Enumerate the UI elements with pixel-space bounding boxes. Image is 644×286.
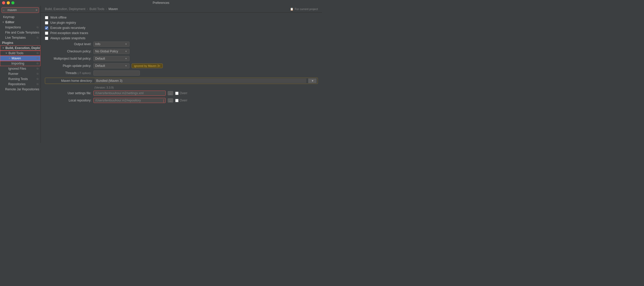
build-tools-label: Build Tools: [9, 51, 23, 55]
always-update-checkbox[interactable]: [45, 37, 48, 40]
live-templates-label: Live Templates: [5, 36, 26, 39]
maximize-button[interactable]: [11, 1, 14, 4]
sidebar-item-ignored-files[interactable]: Ignored Files ⧉: [0, 66, 41, 71]
use-plugin-registry-checkbox[interactable]: [45, 21, 48, 25]
sidebar-item-importing[interactable]: Importing ⧉: [0, 61, 41, 66]
live-templates-copy-icon: ⧉: [37, 36, 38, 39]
local-repo-label: Local repository:: [45, 99, 91, 102]
sidebar-item-build-tools[interactable]: ▼ Build Tools ⧉: [0, 51, 41, 56]
sidebar-item-maven[interactable]: ▼ Maven ⧉: [0, 56, 41, 61]
execute-goals-label: Execute goals recursively: [50, 26, 85, 30]
sidebar-item-build-exec-deploy[interactable]: ▼ Build, Execution, Deployment: [0, 45, 41, 51]
local-repo-input[interactable]: [93, 98, 166, 103]
maven-chevron: ▼: [8, 57, 11, 60]
execute-goals-row: Execute goals recursively: [45, 26, 318, 30]
editor-label: Editor: [5, 20, 14, 24]
breadcrumb-part1: Build, Execution, Deployment: [45, 7, 85, 11]
user-settings-override: Overr: [175, 91, 187, 95]
output-level-row: Output level: Info ▼: [45, 42, 318, 47]
search-clear-button[interactable]: ✕: [35, 9, 38, 12]
main-content: ⌕ ✕ Keymap ▼ Editor Inspections ⧉ File a…: [0, 6, 322, 143]
user-settings-override-checkbox[interactable]: [175, 92, 179, 95]
always-update-label: Always update snapshots: [50, 36, 85, 40]
breadcrumb-part2: Build Tools: [90, 7, 104, 11]
ignored-files-copy-icon: ⧉: [37, 67, 38, 70]
plugin-update-label: Plugin update policy:: [45, 64, 91, 68]
always-update-row: Always update snapshots: [45, 36, 318, 40]
running-tests-label: Running Tests: [8, 77, 28, 81]
build-tools-chevron: ▼: [5, 52, 7, 54]
print-exception-row: Print exception stack traces: [45, 31, 318, 35]
multiproject-label: Multiproject build fail policy:: [45, 57, 91, 60]
maven-version: (Version: 3.3.9): [94, 86, 114, 89]
maven-home-dropdown[interactable]: Bundled (Maven 3): [95, 78, 306, 83]
threads-label: Threads (-T option):: [45, 71, 91, 75]
output-level-dropdown[interactable]: Info ▼: [93, 42, 130, 47]
plugin-update-dropdown[interactable]: Default ▼: [93, 63, 130, 68]
importing-label: Importing: [11, 62, 24, 65]
multiproject-value: Default: [95, 57, 105, 60]
project-icon: 📋: [290, 7, 294, 11]
ignored-files-label: Ignored Files: [8, 67, 26, 70]
running-tests-copy-icon: ⧉: [37, 77, 38, 81]
sidebar-item-runner[interactable]: Runner ⧉: [0, 71, 41, 76]
search-box: ⌕ ✕: [2, 7, 39, 13]
sidebar: ⌕ ✕ Keymap ▼ Editor Inspections ⧉ File a…: [0, 6, 41, 143]
work-offline-checkbox[interactable]: [45, 16, 48, 19]
editor-chevron: ▼: [2, 21, 4, 23]
sidebar-item-editor[interactable]: ▼ Editor: [0, 20, 41, 25]
local-repo-row: Local repository: | ... Overr: [45, 98, 318, 103]
search-icon: ⌕: [3, 9, 5, 12]
build-exec-chevron: ▼: [2, 47, 4, 49]
maven-home-value: Bundled (Maven 3): [96, 79, 122, 83]
sidebar-item-running-tests[interactable]: Running Tests ⧉: [0, 76, 41, 82]
print-exception-checkbox[interactable]: [45, 31, 48, 35]
use-plugin-registry-row: Use plugin registry: [45, 21, 318, 25]
repositories-label: Repositories: [8, 82, 26, 86]
sidebar-item-remote-jar[interactable]: Remote Jar Repositories ⧉: [0, 87, 41, 92]
inspections-copy-icon: ⧉: [37, 26, 38, 29]
sidebar-item-plugins[interactable]: Plugins: [0, 40, 41, 45]
titlebar: Preferences: [0, 0, 322, 6]
breadcrumb-part3: Maven: [109, 7, 118, 11]
breadcrumb-sep1: ›: [87, 7, 88, 11]
checksum-policy-dropdown[interactable]: No Global Policy ▼: [93, 49, 130, 54]
maven-copy-icon: ⧉: [37, 57, 38, 60]
keymap-label: Keymap: [3, 15, 14, 19]
user-settings-label: User settings file:: [45, 91, 91, 95]
output-level-label: Output level:: [45, 42, 91, 46]
breadcrumb-sep2: ›: [106, 7, 107, 11]
threads-input[interactable]: [93, 70, 140, 76]
sidebar-item-live-templates[interactable]: Live Templates ⧉: [0, 35, 41, 40]
close-button[interactable]: [2, 1, 5, 4]
maven-home-label: Maven home directory:: [46, 79, 93, 83]
search-input[interactable]: [2, 7, 39, 13]
user-settings-override-label: Overr: [180, 91, 187, 95]
multiproject-arrow: ▼: [125, 57, 127, 60]
maven-home-row: Maven home directory: Bundled (Maven 3) …: [45, 78, 318, 84]
local-repo-override-checkbox[interactable]: [175, 99, 179, 102]
user-settings-input[interactable]: [93, 91, 166, 96]
local-repo-browse-button[interactable]: ...: [168, 98, 173, 102]
sidebar-item-file-code-templates[interactable]: File and Code Templates ⧉: [0, 30, 41, 35]
user-settings-row: User settings file: ... Overr: [45, 91, 318, 96]
user-settings-browse-button[interactable]: ...: [168, 91, 173, 95]
threads-row: Threads (-T option):: [45, 70, 318, 76]
maven-home-arrow[interactable]: ▼: [308, 78, 317, 83]
multiproject-dropdown[interactable]: Default ▼: [93, 56, 130, 61]
importing-copy-icon: ⧉: [37, 62, 38, 65]
execute-goals-checkbox[interactable]: [45, 26, 48, 30]
minimize-button[interactable]: [7, 1, 10, 4]
traffic-lights: [2, 1, 14, 4]
plugin-update-badge: ignored by Maven 3+: [132, 63, 163, 68]
sidebar-item-keymap[interactable]: Keymap: [0, 14, 41, 20]
output-level-value: Info: [95, 42, 100, 46]
settings-content: Work offline Use plugin registry Execute…: [41, 13, 322, 143]
for-current-project: 📋 For current project: [290, 7, 318, 11]
sidebar-item-inspections[interactable]: Inspections ⧉: [0, 25, 41, 30]
output-level-arrow: ▼: [125, 43, 127, 45]
plugins-label: Plugins: [2, 41, 13, 45]
threads-label-text: Threads: [65, 71, 77, 75]
local-repo-override: Overr: [175, 99, 187, 102]
sidebar-item-repositories[interactable]: Repositories ⧉: [0, 82, 41, 87]
